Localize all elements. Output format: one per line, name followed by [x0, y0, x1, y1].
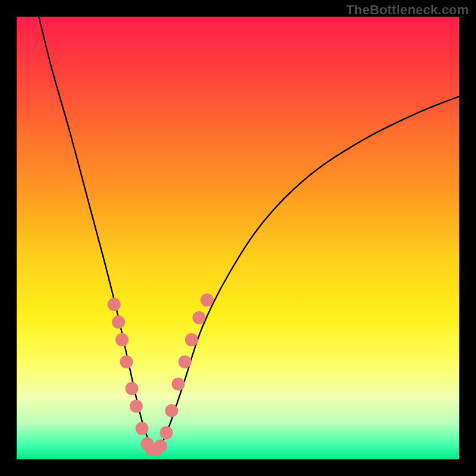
marker-point — [136, 422, 149, 435]
marker-point — [125, 382, 138, 395]
marker-point — [115, 333, 129, 346]
curve-layer — [17, 17, 459, 459]
marker-point — [165, 404, 178, 417]
marker-point — [178, 355, 192, 368]
marker-point — [201, 293, 214, 306]
plot-area — [17, 17, 459, 459]
bottleneck-curve — [39, 17, 459, 450]
marker-point — [120, 355, 133, 368]
marker-point — [172, 378, 185, 391]
marker-group — [108, 293, 214, 456]
marker-point — [154, 440, 167, 453]
watermark-text: TheBottleneck.com — [346, 2, 469, 18]
marker-point — [108, 298, 121, 311]
marker-point — [159, 426, 173, 439]
marker-point — [185, 333, 198, 346]
marker-point — [130, 400, 143, 413]
marker-point — [112, 315, 125, 328]
marker-point — [193, 311, 206, 324]
